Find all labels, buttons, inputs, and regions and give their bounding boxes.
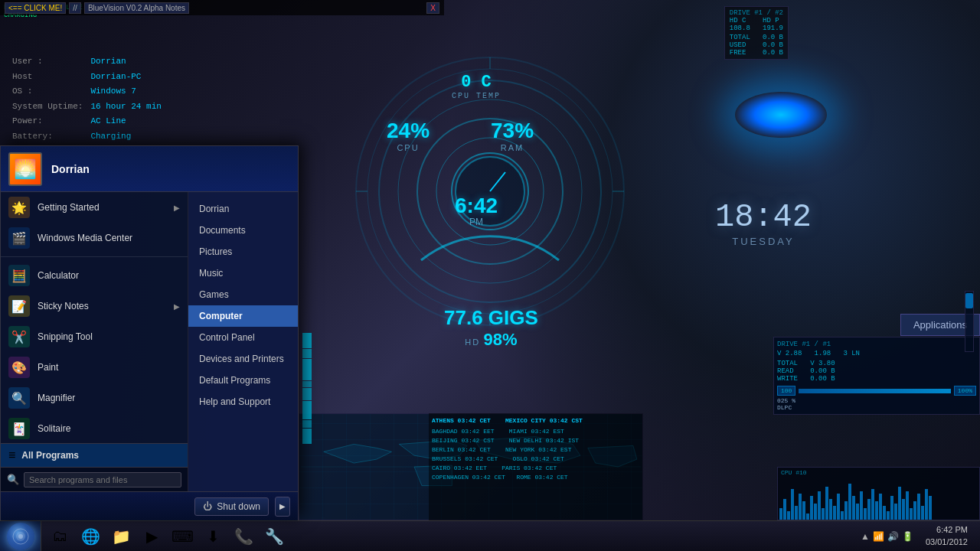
user-panel: 🌅 Dorrian xyxy=(1,146,298,192)
sys-tray: ▲ 📶 🔊 🔋 xyxy=(861,531,913,542)
sticky-notes-icon: 📝 xyxy=(8,295,30,317)
shutdown-bar: ⏻ Shut down ▶ xyxy=(1,491,298,520)
start-menu: 🌅 Dorrian 🌟 Getting Started ▶ 🎬 Windows xyxy=(0,145,299,520)
link-dorrian[interactable]: Dorrian xyxy=(188,198,298,220)
solitaire-label: Solitaire xyxy=(38,423,180,434)
sticky-notes-arrow: ▶ xyxy=(174,302,180,311)
separator: // xyxy=(69,2,81,14)
link-music[interactable]: Music xyxy=(188,262,298,284)
hd-label: HD xyxy=(465,337,480,347)
os-label: OS : xyxy=(9,85,86,99)
all-programs-button[interactable]: ≡ All Programs xyxy=(1,443,188,467)
solitaire-icon: 🃏 xyxy=(8,418,30,439)
host-label: Host xyxy=(9,70,86,84)
top-bar: <== CLICK ME! // BlueVision V0.2 Alpha N… xyxy=(0,0,444,15)
user-avatar: 🌅 xyxy=(8,152,42,186)
os-value: Windows 7 xyxy=(87,85,164,99)
shutdown-button[interactable]: ⏻ Shut down xyxy=(194,497,269,516)
link-devices-and-printers[interactable]: Devices and Printers xyxy=(188,348,298,370)
taskbar-icon-other[interactable]: 🔧 xyxy=(260,523,288,550)
svg-point-16 xyxy=(18,534,23,539)
taskbar-icons: 🗂 🌐 📁 ▶ ⌨ ⬇ 📞 🔧 xyxy=(41,521,292,551)
app-item-solitaire[interactable]: 🃏 Solitaire xyxy=(1,413,188,443)
search-icon: 🔍 xyxy=(7,474,19,485)
app-item-getting-started[interactable]: 🌟 Getting Started ▶ xyxy=(1,192,188,223)
link-documents[interactable]: Documents xyxy=(188,220,298,241)
user-value: Dorrian xyxy=(87,55,164,69)
tray-icon-network[interactable]: 📶 xyxy=(873,531,884,542)
link-games[interactable]: Games xyxy=(188,284,298,305)
all-programs-label: All Programs xyxy=(21,450,79,461)
search-input[interactable] xyxy=(24,472,181,487)
tray-icon-1[interactable]: ▲ xyxy=(861,531,870,542)
taskbar-icon-command[interactable]: ⌨ xyxy=(168,523,196,550)
app-item-media-center[interactable]: 🎬 Windows Media Center xyxy=(1,223,188,253)
magnifier-icon: 🔍 xyxy=(8,387,30,409)
app-item-magnifier[interactable]: 🔍 Magnifier xyxy=(1,383,188,413)
uptime-value: 16 hour 24 min xyxy=(87,100,164,114)
taskbar-icon-explorer[interactable]: 🗂 xyxy=(46,523,74,550)
divider-1 xyxy=(1,256,188,257)
snipping-tool-icon: ✂️ xyxy=(8,326,30,347)
uptime-label: System Uptime: xyxy=(9,100,86,114)
app-item-paint[interactable]: 🎨 Paint xyxy=(1,352,188,383)
power-label: Power: xyxy=(9,115,86,129)
taskbar-clock[interactable]: 6:42 PM 03/01/2012 xyxy=(920,524,974,548)
graph-bars xyxy=(778,478,979,520)
cpu-graph: CPU #10 xyxy=(777,467,980,520)
link-help-and-support[interactable]: Help and Support xyxy=(188,391,298,412)
shutdown-arrow-button[interactable]: ▶ xyxy=(275,497,290,517)
link-computer[interactable]: Computer xyxy=(188,305,298,327)
app-item-calculator[interactable]: 🧮 Calculator xyxy=(1,260,188,291)
taskbar-icon-skype[interactable]: 📞 xyxy=(230,523,257,550)
hd-percent: 98% xyxy=(484,330,518,349)
calculator-icon: 🧮 xyxy=(8,265,30,286)
eye-glow xyxy=(735,92,827,138)
user-name: Dorrian xyxy=(51,163,90,175)
battery-value: Charging xyxy=(87,130,164,144)
timezone-list: ATHENS 03:42 CET MEXICO CITY 03:42 CST B… xyxy=(429,413,643,520)
sticky-notes-label: Sticky Notes xyxy=(38,301,166,311)
spectrum-display xyxy=(302,291,318,444)
hud-time: 6:42 PM xyxy=(455,195,498,227)
start-button[interactable] xyxy=(0,521,41,552)
getting-started-icon: 🌟 xyxy=(8,197,30,218)
user-label: User : xyxy=(9,55,86,69)
all-programs-icon: ≡ xyxy=(8,448,15,462)
link-control-panel[interactable]: Control Panel xyxy=(188,327,298,348)
window-title[interactable]: BlueVision V0.2 Alpha Notes xyxy=(84,2,189,14)
right-drive-stats: DRIVE #1 / #1 V 2.88 1.98 3 LN TOTAL V 3… xyxy=(773,337,980,415)
close-button[interactable]: X xyxy=(426,2,439,14)
power-value: AC Line xyxy=(87,115,164,129)
shutdown-icon: ⏻ xyxy=(203,501,212,512)
paint-label: Paint xyxy=(38,362,180,373)
taskbar-right: ▲ 📶 🔊 🔋 6:42 PM 03/01/2012 xyxy=(861,524,980,548)
drive-widget: DRIVE #1 / #2 HD C HD P 108.8 191.9 TOTA… xyxy=(724,6,789,60)
link-default-programs[interactable]: Default Programs xyxy=(188,370,298,391)
taskbar-icon-bittorrent[interactable]: ⬇ xyxy=(199,523,227,550)
app-item-sticky-notes[interactable]: 📝 Sticky Notes ▶ xyxy=(1,291,188,321)
clock-widget-time: 18:42 xyxy=(715,199,812,236)
taskbar-icon-folder[interactable]: 📁 xyxy=(107,523,135,550)
tray-icon-battery[interactable]: 🔋 xyxy=(902,531,913,542)
taskbar-icon-ie[interactable]: 🌐 xyxy=(77,523,104,550)
search-bar: 🔍 xyxy=(1,467,188,491)
start-orb xyxy=(7,523,34,550)
app-list: 🌟 Getting Started ▶ 🎬 Windows Media Cent… xyxy=(1,192,188,443)
media-center-icon: 🎬 xyxy=(8,227,30,249)
app-item-snipping-tool[interactable]: ✂️ Snipping Tool xyxy=(1,321,188,352)
magnifier-label: Magnifier xyxy=(38,393,180,403)
apps-panel: 🌟 Getting Started ▶ 🎬 Windows Media Cent… xyxy=(1,192,188,491)
tray-icon-volume[interactable]: 🔊 xyxy=(887,531,899,542)
link-pictures[interactable]: Pictures xyxy=(188,241,298,262)
click-me-label[interactable]: <== CLICK ME! xyxy=(5,2,66,14)
hud-time-value: 6:42 xyxy=(455,195,498,217)
calculator-label: Calculator xyxy=(38,270,180,281)
desktop: <== CLICK ME! // BlueVision V0.2 Alpha N… xyxy=(0,0,980,551)
battery-label: Battery: xyxy=(9,130,86,144)
taskbar-clock-time: 6:42 PM xyxy=(926,524,968,536)
taskbar-icon-media[interactable]: ▶ xyxy=(138,523,165,550)
links-panel: Dorrian Documents Pictures Music Games C… xyxy=(188,192,298,491)
scroll-indicator[interactable] xyxy=(965,291,974,352)
clock-widget-day: TUESDAY xyxy=(715,236,812,247)
